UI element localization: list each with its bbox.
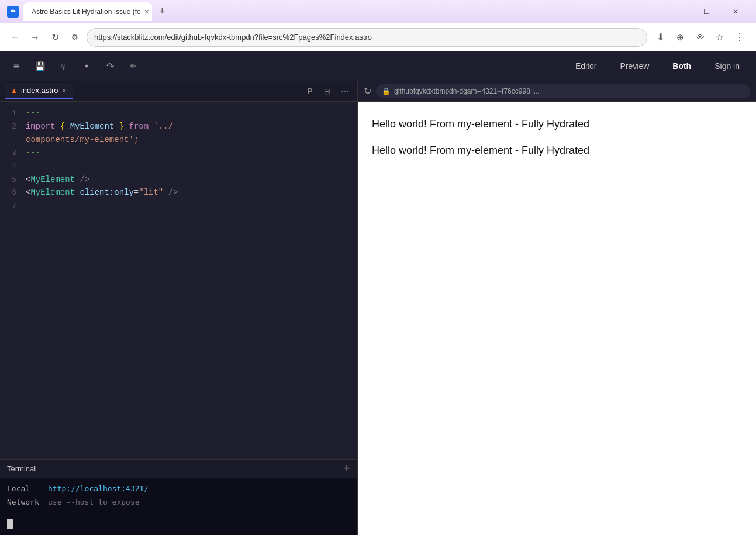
tab-close-icon[interactable]: × xyxy=(144,7,149,16)
preview-line-2: Hello world! From my-element - Fully Hyd… xyxy=(372,142,742,159)
line-content-4 xyxy=(26,160,357,172)
preview-button[interactable]: Preview xyxy=(611,58,659,74)
line-content-2: import { MyElement } from '../ xyxy=(26,120,357,133)
address-box[interactable]: https://stackblitz.com/edit/github-fqvkd… xyxy=(87,28,647,47)
terminal-body: Local http://localhost:4321/ Network use… xyxy=(0,478,357,534)
preview-refresh-icon[interactable]: ↻ xyxy=(364,85,371,96)
tab-actions: P ⊟ ⋯ xyxy=(302,84,353,99)
signin-button[interactable]: Sign in xyxy=(705,58,749,74)
preview-line-1: Hello world! From my-element - Fully Hyd… xyxy=(372,116,742,133)
refresh-button[interactable]: ↻ xyxy=(47,29,63,46)
browser-menu-icon[interactable]: ⋮ xyxy=(730,28,749,47)
line-content-5: <MyElement /> xyxy=(26,173,357,186)
code-editor-area[interactable]: 1 --- 2 import { MyElement xyxy=(0,102,357,459)
menu-icon[interactable]: ≡ xyxy=(7,57,26,75)
terminal-title: Terminal xyxy=(7,464,36,473)
tab-title: Astro Basics Lit Hydration Issue (fo xyxy=(32,8,141,16)
minimize-button[interactable]: — xyxy=(664,2,691,21)
line-number-6: 6 xyxy=(5,187,26,199)
terminal-row-network: Network use --host to expose xyxy=(7,495,350,509)
code-line-4: 4 xyxy=(0,160,357,173)
address-url: https://stackblitz.com/edit/github-fqvkd… xyxy=(94,33,640,42)
bookmark-icon[interactable]: ☆ xyxy=(710,28,729,47)
terminal-network-value: use --host to expose xyxy=(48,495,140,509)
browser-toolbar-icons: ⬇ ⊕ 👁 ☆ ⋮ xyxy=(651,28,749,47)
code-line-5: 5 <MyElement /> xyxy=(0,173,357,187)
code-line-6: 6 <MyElement client:only="lit" /> xyxy=(0,186,357,199)
line-content-7 xyxy=(26,199,357,212)
preview-url-bar[interactable]: 🔒 githubfqvkdxtbmpdn-dgam--4321--f76cc99… xyxy=(376,84,750,98)
split-editor-button[interactable]: ⊟ xyxy=(320,84,335,99)
code-line-2b: components/my-element'; xyxy=(0,133,357,146)
save-icon[interactable]: 💾 xyxy=(30,57,49,75)
maximize-button[interactable]: ☐ xyxy=(693,2,720,21)
new-tab-button[interactable]: + xyxy=(159,5,165,18)
preview-url-text: githubfqvkdxtbmpdn-dgam--4321--f76cc998.… xyxy=(394,87,540,95)
preview-toolbar: ↻ 🔒 githubfqvkdxtbmpdn-dgam--4321--f76cc… xyxy=(358,81,756,102)
file-tabs: ▲ index.astro × P ⊟ ⋯ xyxy=(0,81,357,102)
browser-addressbar: ← → ↻ ⚙ https://stackblitz.com/edit/gith… xyxy=(0,23,756,51)
lock-icon: 🔒 xyxy=(382,87,391,95)
security-button[interactable]: ⚙ xyxy=(67,29,83,46)
terminal-header: Terminal + xyxy=(0,460,357,478)
terminal-cursor xyxy=(7,519,13,529)
line-number-1: 1 xyxy=(5,108,26,120)
line-number-4: 4 xyxy=(5,161,26,173)
terminal-local-label: Local xyxy=(7,482,48,495)
line-content-2b: components/my-element'; xyxy=(26,133,357,146)
line-number-7: 7 xyxy=(5,201,26,213)
forward-button[interactable]: → xyxy=(27,29,43,46)
more-actions-button[interactable]: ⋯ xyxy=(337,84,353,99)
sb-toolbar: ≡ 💾 ⑂ ▾ ↷ ✏ Editor Preview Both Sign in xyxy=(0,51,756,81)
code-editor[interactable]: 1 --- 2 import { MyElement xyxy=(0,102,357,218)
editor-button[interactable]: Editor xyxy=(566,58,606,74)
terminal-add-button[interactable]: + xyxy=(343,462,350,475)
browser-tab[interactable]: Astro Basics Lit Hydration Issue (fo × xyxy=(23,2,152,21)
zoom-icon[interactable]: ⊕ xyxy=(671,28,689,47)
line-number-5: 5 xyxy=(5,174,26,187)
terminal-panel: Terminal + Local http://localhost:4321/ … xyxy=(0,459,357,535)
code-line-3: 3 --- xyxy=(0,146,357,160)
file-tab-name: index.astro xyxy=(21,86,58,95)
editor-panel: ▲ index.astro × P ⊟ ⋯ 1 --- xyxy=(0,81,358,535)
code-line-7: 7 xyxy=(0,199,357,213)
edit-icon[interactable]: ✏ xyxy=(124,57,143,75)
terminal-local-value[interactable]: http://localhost:4321/ xyxy=(48,482,149,495)
both-button[interactable]: Both xyxy=(663,58,700,74)
line-content-3: --- xyxy=(26,146,357,159)
file-tab-index-astro[interactable]: ▲ index.astro × xyxy=(5,83,73,99)
browser-titlebar: ✏ Astro Basics Lit Hydration Issue (fo ×… xyxy=(0,0,756,23)
astro-file-icon: ▲ xyxy=(11,87,18,95)
preview-panel: ↻ 🔒 githubfqvkdxtbmpdn-dgam--4321--f76cc… xyxy=(358,81,756,535)
preview-content: Hello world! From my-element - Fully Hyd… xyxy=(358,102,756,535)
reader-icon[interactable]: 👁 xyxy=(691,28,709,47)
line-content-1: --- xyxy=(26,106,357,119)
line-content-6: <MyElement client:only="lit" /> xyxy=(26,186,357,199)
sb-main: ▲ index.astro × P ⊟ ⋯ 1 --- xyxy=(0,81,756,535)
file-tab-close-icon[interactable]: × xyxy=(61,86,66,95)
line-number-2: 2 xyxy=(5,121,26,133)
chevron-down-icon[interactable]: ▾ xyxy=(77,57,96,75)
app-container: ≡ 💾 ⑂ ▾ ↷ ✏ Editor Preview Both Sign in … xyxy=(0,51,756,535)
window-controls: — ☐ ✕ xyxy=(664,2,749,21)
close-button[interactable]: ✕ xyxy=(722,2,749,21)
fork-icon[interactable]: ⑂ xyxy=(54,57,73,75)
redo-icon[interactable]: ↷ xyxy=(101,57,119,75)
download-icon[interactable]: ⬇ xyxy=(651,28,669,47)
code-line-2: 2 import { MyElement } from xyxy=(0,120,357,133)
code-line-1: 1 --- xyxy=(0,106,357,120)
terminal-network-label: Network xyxy=(7,495,48,509)
terminal-row-local: Local http://localhost:4321/ xyxy=(7,482,350,495)
back-button[interactable]: ← xyxy=(7,29,23,46)
prettier-button[interactable]: P xyxy=(302,84,317,99)
line-number-3: 3 xyxy=(5,147,26,160)
browser-favicon: ✏ xyxy=(7,6,19,18)
